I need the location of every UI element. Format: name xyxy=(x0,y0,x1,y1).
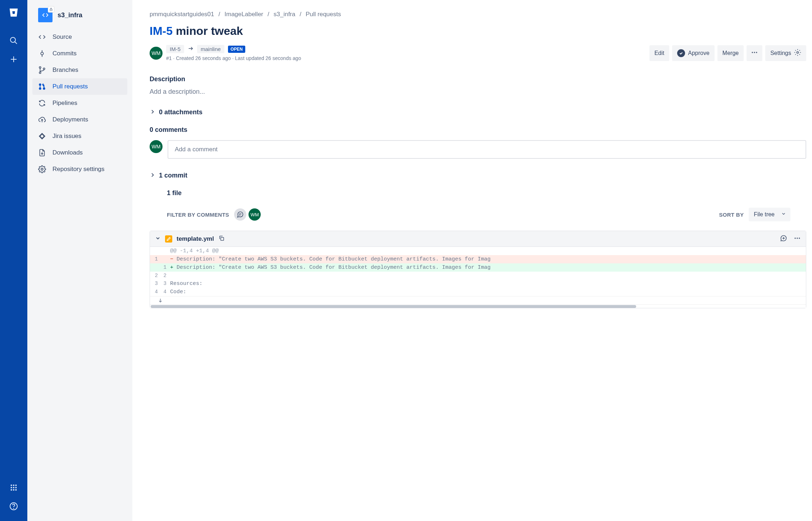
svg-point-12 xyxy=(15,489,17,490)
svg-point-31 xyxy=(756,52,757,53)
settings-label: Settings xyxy=(770,50,791,56)
nav-label: Pull requests xyxy=(53,83,88,90)
repo-name: s3_infra xyxy=(58,11,82,19)
crumb-workspace[interactable]: pmmquickstartguides01 xyxy=(150,11,214,18)
more-button[interactable] xyxy=(747,45,762,61)
check-circle-icon xyxy=(677,49,685,57)
arrow-right-icon xyxy=(188,46,193,52)
nav-label: Jira issues xyxy=(53,133,81,140)
bitbucket-logo[interactable] xyxy=(6,5,21,20)
svg-point-4 xyxy=(10,484,12,486)
file-count: 1 file xyxy=(167,189,812,197)
old-lineno: 4 xyxy=(150,288,159,296)
svg-point-22 xyxy=(39,88,41,89)
svg-point-6 xyxy=(15,484,17,486)
hunk-header: @@ -1,4 +1,4 @@ xyxy=(167,247,806,255)
pr-subline: #1 · Created 26 seconds ago · Last updat… xyxy=(166,55,301,61)
search-icon[interactable] xyxy=(6,33,21,48)
repo-avatar xyxy=(38,8,53,22)
svg-point-27 xyxy=(41,168,43,170)
nav-source[interactable]: Source xyxy=(32,29,127,45)
svg-point-23 xyxy=(39,84,41,86)
diff-line[interactable]: 1+ Description: "Create two AWS S3 bucke… xyxy=(150,263,806,272)
svg-point-38 xyxy=(795,238,796,239)
pull-request-icon xyxy=(38,83,46,91)
commenter-avatar[interactable]: WM xyxy=(150,140,163,153)
chevron-right-icon xyxy=(150,109,155,116)
filter-label: FILTER BY COMMENTS xyxy=(167,212,229,218)
app-switcher-icon[interactable] xyxy=(6,480,21,495)
help-icon[interactable] xyxy=(6,499,21,514)
file-more-button[interactable] xyxy=(794,235,801,243)
crumb-repo[interactable]: s3_infra xyxy=(274,11,295,18)
code: Code: xyxy=(167,288,806,296)
diff-body: @@ -1,4 +1,4 @@ 1− Description: "Create … xyxy=(150,247,806,308)
pr-meta-row: WM IM-5 mainline OPEN #1 · Created 26 se… xyxy=(150,45,812,61)
branch-info: IM-5 mainline OPEN #1 · Created 26 secon… xyxy=(166,45,301,61)
sort-select[interactable]: File tree xyxy=(749,208,790,221)
svg-point-29 xyxy=(752,52,753,53)
main-content: pmmquickstartguides01/ ImageLabeller/ s3… xyxy=(132,0,812,521)
expand-context-button[interactable] xyxy=(150,296,806,304)
nav-downloads[interactable]: Downloads xyxy=(32,144,127,161)
edit-button[interactable]: Edit xyxy=(649,45,670,61)
copy-path-button[interactable] xyxy=(218,235,225,243)
merge-button[interactable]: Merge xyxy=(717,45,744,61)
nav-jira[interactable]: Jira issues xyxy=(32,128,127,144)
jira-icon xyxy=(38,132,46,140)
old-lineno: 1 xyxy=(150,255,159,263)
diff-line[interactable]: 22 xyxy=(150,272,806,280)
svg-point-9 xyxy=(15,487,17,488)
settings-button[interactable]: Settings xyxy=(765,45,806,61)
new-lineno xyxy=(159,255,167,263)
svg-point-0 xyxy=(10,37,15,42)
commits-toggle[interactable]: 1 commit xyxy=(150,172,812,179)
gear-icon xyxy=(794,49,801,57)
code xyxy=(167,272,806,280)
download-icon xyxy=(38,149,46,157)
ellipsis-icon xyxy=(751,49,758,57)
collapse-file-button[interactable] xyxy=(155,235,161,242)
repo-header[interactable]: s3_infra xyxy=(27,8,132,29)
reviewer-avatar[interactable]: WM xyxy=(248,208,261,221)
attachments-toggle[interactable]: 0 attachments xyxy=(150,109,812,116)
nav-deployments[interactable]: Deployments xyxy=(32,111,127,128)
comment-filter-button[interactable] xyxy=(234,208,246,221)
nav-label: Source xyxy=(53,33,72,41)
new-lineno: 4 xyxy=(159,288,167,296)
svg-point-8 xyxy=(13,487,14,488)
diff-line[interactable]: 1− Description: "Create two AWS S3 bucke… xyxy=(150,255,806,263)
create-icon[interactable] xyxy=(6,52,21,67)
status-badge: OPEN xyxy=(228,46,245,53)
issue-link[interactable]: IM-5 xyxy=(150,24,173,37)
nav-pull-requests[interactable]: Pull requests xyxy=(32,78,127,95)
author-avatar[interactable]: WM xyxy=(150,47,163,60)
nav-branches[interactable]: Branches xyxy=(32,62,127,78)
breadcrumb: pmmquickstartguides01/ ImageLabeller/ s3… xyxy=(150,11,812,18)
diff-line[interactable]: 44 Code: xyxy=(150,288,806,296)
crumb-project[interactable]: ImageLabeller xyxy=(224,11,263,18)
diff-line[interactable]: 33 Resources: xyxy=(150,280,806,288)
approve-label: Approve xyxy=(688,50,710,56)
repo-sidebar: s3_infra Source Commits Branches Pull re… xyxy=(27,0,132,521)
horizontal-scrollbar[interactable] xyxy=(150,304,806,308)
nav-pipelines[interactable]: Pipelines xyxy=(32,95,127,111)
svg-point-20 xyxy=(39,72,41,74)
nav-label: Downloads xyxy=(53,149,83,156)
target-branch[interactable]: mainline xyxy=(197,45,224,53)
add-comment-button[interactable] xyxy=(780,235,787,243)
code: Resources: xyxy=(167,280,806,288)
svg-point-19 xyxy=(39,66,41,68)
nav-settings[interactable]: Repository settings xyxy=(32,161,127,177)
approve-button[interactable]: Approve xyxy=(672,45,715,61)
source-branch[interactable]: IM-5 xyxy=(166,45,184,53)
sort-label: SORT BY xyxy=(719,212,744,218)
chevron-down-icon xyxy=(781,211,786,218)
code: − Description: "Create two AWS S3 bucket… xyxy=(167,255,806,263)
diff-filename[interactable]: template.yml xyxy=(177,235,214,243)
comment-input[interactable]: Add a comment xyxy=(168,140,806,159)
nav-label: Pipelines xyxy=(53,100,77,107)
description-input[interactable]: Add a description... xyxy=(150,88,812,96)
nav-commits[interactable]: Commits xyxy=(32,45,127,62)
crumb-section[interactable]: Pull requests xyxy=(306,11,341,18)
